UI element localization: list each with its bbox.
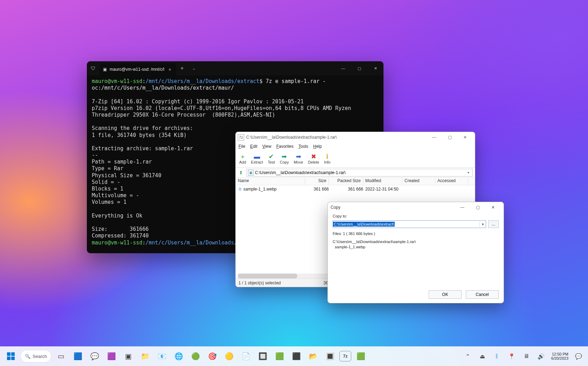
- copy-to-value: C:\Users\m__la\Downloads\extract\: [333, 222, 395, 227]
- date-text: 6/20/2023: [551, 356, 568, 360]
- address-input[interactable]: ▦ C:\Users\m__la\Downloads\extract\sampl…: [246, 169, 473, 177]
- toolbar-test[interactable]: ✔Test: [268, 153, 275, 164]
- horizontal-scrollbar[interactable]: [238, 274, 329, 278]
- network-icon[interactable]: 🖥: [520, 349, 532, 364]
- notepad-icon[interactable]: 📄: [238, 349, 253, 364]
- scrollbar-thumb[interactable]: [238, 274, 297, 278]
- close-button[interactable]: ✕: [485, 205, 501, 210]
- terminal-tab-title: mauro@vm-w11-ssd: /mnt/c/l: [110, 67, 164, 72]
- search-icon: 🔍: [25, 354, 30, 359]
- chat-icon[interactable]: 💬: [87, 349, 102, 364]
- maximize-button[interactable]: ▢: [442, 135, 457, 140]
- maximize-button[interactable]: ▢: [470, 205, 485, 210]
- info-icon: ℹ: [326, 153, 328, 160]
- tray-chevron-icon[interactable]: ⌃: [462, 349, 473, 364]
- taskbar[interactable]: 🔍 Search ▭ 🟦 💬 🟪 ▣ 📁 📧 🌐 🟢 🎯 🟡 📄 🔲 🟩 ⬛ 📂…: [0, 346, 588, 366]
- 7zip-toolbar: ＋Add▬Extract✔Test➡Copy➡Move✖DeleteℹInfo: [236, 150, 475, 168]
- terminal-tab-icon: ▣: [103, 67, 107, 72]
- column-headers[interactable]: Name Size Packed Size Modified Created A…: [236, 178, 475, 185]
- terminal-tab[interactable]: ▣ mauro@vm-w11-ssd: /mnt/c/l ×: [99, 63, 176, 75]
- col-modified[interactable]: Modified: [363, 178, 402, 185]
- col-size[interactable]: Size: [305, 178, 329, 185]
- toolbar-info[interactable]: ℹInfo: [324, 153, 330, 164]
- dropdown-icon[interactable]: ▾: [465, 171, 471, 174]
- file-list[interactable]: 🗎sample-1_1.webp361 666361 6662022-12-31…: [236, 185, 475, 193]
- toolbar-delete[interactable]: ✖Delete: [308, 153, 319, 164]
- chrome-canary-icon[interactable]: 🟡: [222, 349, 236, 364]
- usb-icon[interactable]: ⏏: [476, 349, 488, 364]
- file-icon: 🗎: [237, 187, 243, 192]
- start-button[interactable]: [4, 349, 18, 364]
- menu-edit[interactable]: Edit: [250, 144, 257, 149]
- bluetooth-icon[interactable]: ᛒ: [491, 349, 503, 364]
- terminal-titlebar[interactable]: 🛡 ▣ mauro@vm-w11-ssd: /mnt/c/l × + ⌄ — ▢…: [87, 61, 383, 75]
- prompt-user: mauro@vm-w11-ssd: [92, 78, 143, 84]
- col-created[interactable]: Created: [402, 178, 435, 185]
- taskbar-search[interactable]: 🔍 Search: [20, 350, 51, 362]
- menu-help[interactable]: Help: [313, 144, 322, 149]
- menu-file[interactable]: File: [238, 144, 245, 149]
- menu-view[interactable]: View: [262, 144, 271, 149]
- menu-favorites[interactable]: Favorites: [276, 144, 293, 149]
- new-tab-button[interactable]: +: [176, 61, 188, 75]
- close-button[interactable]: ✕: [457, 135, 473, 140]
- col-packed[interactable]: Packed Size: [329, 178, 363, 185]
- dropdown-icon[interactable]: ▾: [479, 222, 486, 227]
- menu-tools[interactable]: Tools: [298, 144, 308, 149]
- copy-icon: ➡: [282, 153, 287, 160]
- extract-icon: ▬: [254, 153, 260, 160]
- close-icon[interactable]: ×: [167, 67, 173, 72]
- delete-icon: ✖: [311, 153, 316, 160]
- app-icon-1[interactable]: 🟪: [104, 349, 119, 364]
- app-icon-9[interactable]: ⬛: [289, 349, 304, 364]
- terminal-taskbar-icon[interactable]: ▣: [121, 349, 136, 364]
- ok-button[interactable]: OK: [429, 290, 462, 299]
- archive-icon: ▦: [248, 170, 254, 175]
- toolbar-copy[interactable]: ➡Copy: [280, 153, 289, 164]
- col-name[interactable]: Name: [236, 178, 305, 185]
- col-accessed[interactable]: Accessed: [435, 178, 468, 185]
- minimize-button[interactable]: —: [455, 205, 470, 210]
- toolbar-move[interactable]: ➡Move: [294, 153, 303, 164]
- cancel-button[interactable]: Cancel: [466, 290, 499, 299]
- shield-icon: 🛡: [87, 61, 99, 75]
- up-folder-icon[interactable]: ⬆: [238, 170, 244, 175]
- edge-icon[interactable]: 🌐: [171, 349, 186, 364]
- search-placeholder: Search: [33, 354, 47, 359]
- app-icon-12[interactable]: 🟩: [353, 349, 368, 364]
- browse-button[interactable]: ...: [488, 220, 499, 228]
- move-icon: ➡: [296, 153, 301, 160]
- tab-dropdown-icon[interactable]: ⌄: [188, 61, 200, 75]
- copy-to-input[interactable]: C:\Users\m__la\Downloads\extract\ ▾: [333, 220, 486, 228]
- table-row[interactable]: 🗎sample-1_1.webp361 666361 6662022-12-31…: [236, 185, 475, 193]
- edge-beta-icon[interactable]: 🟢: [188, 349, 203, 364]
- test-icon: ✔: [269, 153, 274, 160]
- dialog-title: Copy: [331, 205, 340, 210]
- close-button[interactable]: ✕: [367, 61, 383, 75]
- widgets-icon[interactable]: 🟦: [70, 349, 85, 364]
- copy-dialog-titlebar[interactable]: Copy — ▢ ✕: [328, 202, 504, 213]
- taskbar-clock[interactable]: 12:50 PM 6/20/2023: [550, 352, 570, 360]
- outlook-icon[interactable]: 📧: [154, 349, 169, 364]
- time-text: 12:50 PM: [551, 352, 568, 356]
- task-view-icon[interactable]: ▭: [54, 349, 68, 364]
- location-icon[interactable]: 📍: [506, 349, 518, 364]
- minimize-button[interactable]: —: [427, 135, 442, 140]
- toolbar-add[interactable]: ＋Add: [239, 153, 246, 164]
- volume-icon[interactable]: 🔊: [535, 349, 547, 364]
- app-icon-8[interactable]: 🟩: [272, 349, 287, 364]
- chrome-icon[interactable]: 🎯: [205, 349, 220, 364]
- 7zip-taskbar-icon[interactable]: 7z: [339, 351, 351, 361]
- maximize-button[interactable]: ▢: [351, 61, 367, 75]
- notifications-icon[interactable]: 💬: [573, 349, 584, 364]
- app-icon-10[interactable]: 📂: [306, 349, 320, 364]
- 7zip-titlebar[interactable]: 7z C:\Users\m__la\Downloads\extract\samp…: [236, 132, 475, 143]
- minimize-button[interactable]: —: [335, 61, 351, 75]
- 7zip-menubar[interactable]: FileEditViewFavoritesToolsHelp: [236, 143, 475, 150]
- copy-dialog: Copy — ▢ ✕ Copy to: C:\Users\m__la\Downl…: [327, 202, 504, 303]
- app-icon-7[interactable]: 🔲: [255, 349, 270, 364]
- toolbar-extract[interactable]: ▬Extract: [251, 153, 263, 164]
- app-icon-11[interactable]: 🔳: [323, 349, 337, 364]
- 7zip-address-bar: ⬆ ▦ C:\Users\m__la\Downloads\extract\sam…: [236, 168, 475, 178]
- explorer-icon[interactable]: 📁: [138, 349, 152, 364]
